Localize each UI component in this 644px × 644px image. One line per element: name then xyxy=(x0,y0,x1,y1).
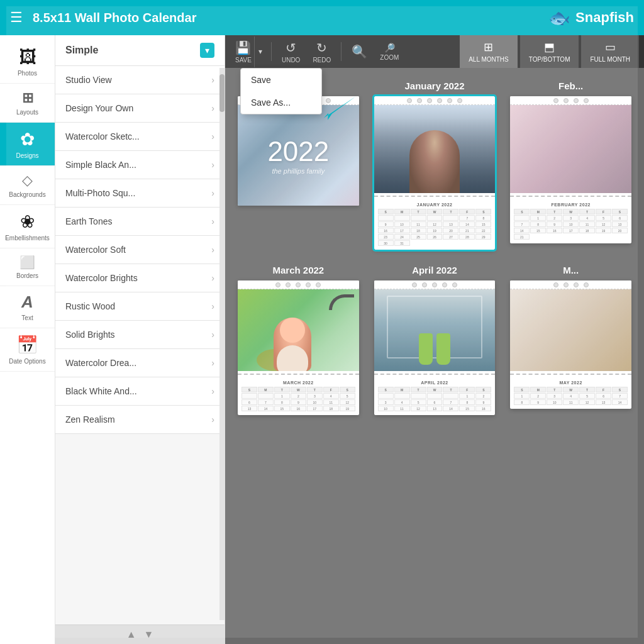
content-area: 💾 SAVE ▾ ↺ UNDO ↻ REDO 🔍 🔎 ZOOM xyxy=(225,35,644,644)
save-menu-item-save-as[interactable]: Save As... xyxy=(241,91,321,114)
calendar-grid[interactable]: Cover 2022 the phillips family xyxy=(225,68,644,644)
may-photo xyxy=(510,289,631,371)
main-layout: 🖼 Photos ⊞ Layouts ✿ Designs ◇ Backgroun… xyxy=(0,35,644,644)
may-card[interactable]: MAY 2022 S M T W T F S 1 2 3 4 xyxy=(510,280,631,409)
save-menu-item-save[interactable]: Save xyxy=(241,69,321,91)
calendar-month-may: M... MAY 2022 S xyxy=(510,265,631,415)
save-dropdown-menu: Save Save As... xyxy=(240,68,322,114)
